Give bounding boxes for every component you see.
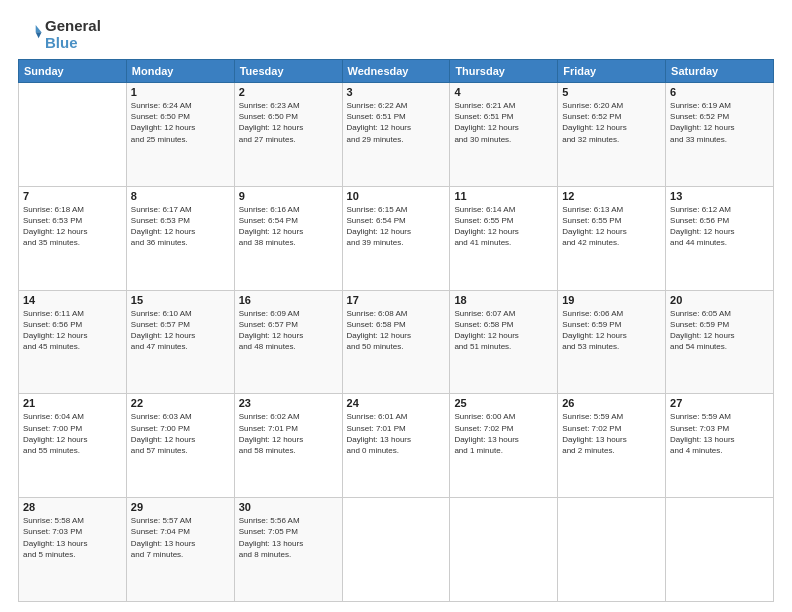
calendar-cell (342, 498, 450, 602)
calendar-cell: 22Sunrise: 6:03 AM Sunset: 7:00 PM Dayli… (126, 394, 234, 498)
calendar-cell: 17Sunrise: 6:08 AM Sunset: 6:58 PM Dayli… (342, 290, 450, 394)
calendar-cell: 19Sunrise: 6:06 AM Sunset: 6:59 PM Dayli… (558, 290, 666, 394)
day-number: 21 (23, 397, 122, 409)
day-number: 4 (454, 86, 553, 98)
svg-marker-0 (36, 24, 42, 31)
day-number: 1 (131, 86, 230, 98)
day-info: Sunrise: 6:24 AM Sunset: 6:50 PM Dayligh… (131, 100, 230, 145)
day-number: 6 (670, 86, 769, 98)
day-info: Sunrise: 6:08 AM Sunset: 6:58 PM Dayligh… (347, 308, 446, 353)
day-number: 30 (239, 501, 338, 513)
calendar-cell (450, 498, 558, 602)
day-info: Sunrise: 6:18 AM Sunset: 6:53 PM Dayligh… (23, 204, 122, 249)
calendar-cell: 29Sunrise: 5:57 AM Sunset: 7:04 PM Dayli… (126, 498, 234, 602)
calendar-cell: 3Sunrise: 6:22 AM Sunset: 6:51 PM Daylig… (342, 83, 450, 187)
day-number: 9 (239, 190, 338, 202)
day-info: Sunrise: 5:57 AM Sunset: 7:04 PM Dayligh… (131, 515, 230, 560)
calendar-cell (558, 498, 666, 602)
day-info: Sunrise: 6:15 AM Sunset: 6:54 PM Dayligh… (347, 204, 446, 249)
calendar-cell: 25Sunrise: 6:00 AM Sunset: 7:02 PM Dayli… (450, 394, 558, 498)
calendar-table: SundayMondayTuesdayWednesdayThursdayFrid… (18, 59, 774, 602)
weekday-header-thursday: Thursday (450, 60, 558, 83)
calendar-cell: 4Sunrise: 6:21 AM Sunset: 6:51 PM Daylig… (450, 83, 558, 187)
day-number: 2 (239, 86, 338, 98)
day-info: Sunrise: 6:17 AM Sunset: 6:53 PM Dayligh… (131, 204, 230, 249)
day-number: 8 (131, 190, 230, 202)
day-info: Sunrise: 6:04 AM Sunset: 7:00 PM Dayligh… (23, 411, 122, 456)
day-number: 14 (23, 294, 122, 306)
page: General Blue SundayMondayTuesdayWednesda… (0, 0, 792, 612)
day-number: 28 (23, 501, 122, 513)
calendar-cell: 20Sunrise: 6:05 AM Sunset: 6:59 PM Dayli… (666, 290, 774, 394)
weekday-header-sunday: Sunday (19, 60, 127, 83)
calendar-cell: 9Sunrise: 6:16 AM Sunset: 6:54 PM Daylig… (234, 186, 342, 290)
day-info: Sunrise: 5:58 AM Sunset: 7:03 PM Dayligh… (23, 515, 122, 560)
day-info: Sunrise: 5:59 AM Sunset: 7:03 PM Dayligh… (670, 411, 769, 456)
calendar-cell: 6Sunrise: 6:19 AM Sunset: 6:52 PM Daylig… (666, 83, 774, 187)
calendar-cell: 30Sunrise: 5:56 AM Sunset: 7:05 PM Dayli… (234, 498, 342, 602)
calendar-cell: 10Sunrise: 6:15 AM Sunset: 6:54 PM Dayli… (342, 186, 450, 290)
calendar-cell: 28Sunrise: 5:58 AM Sunset: 7:03 PM Dayli… (19, 498, 127, 602)
day-info: Sunrise: 6:05 AM Sunset: 6:59 PM Dayligh… (670, 308, 769, 353)
calendar-cell: 15Sunrise: 6:10 AM Sunset: 6:57 PM Dayli… (126, 290, 234, 394)
weekday-header-row: SundayMondayTuesdayWednesdayThursdayFrid… (19, 60, 774, 83)
calendar-cell (666, 498, 774, 602)
weekday-header-monday: Monday (126, 60, 234, 83)
day-info: Sunrise: 6:12 AM Sunset: 6:56 PM Dayligh… (670, 204, 769, 249)
calendar-cell: 16Sunrise: 6:09 AM Sunset: 6:57 PM Dayli… (234, 290, 342, 394)
calendar-cell: 8Sunrise: 6:17 AM Sunset: 6:53 PM Daylig… (126, 186, 234, 290)
weekday-header-friday: Friday (558, 60, 666, 83)
day-number: 12 (562, 190, 661, 202)
day-number: 5 (562, 86, 661, 98)
day-info: Sunrise: 6:22 AM Sunset: 6:51 PM Dayligh… (347, 100, 446, 145)
day-number: 20 (670, 294, 769, 306)
svg-marker-1 (36, 32, 42, 38)
day-info: Sunrise: 6:13 AM Sunset: 6:55 PM Dayligh… (562, 204, 661, 249)
week-row-4: 21Sunrise: 6:04 AM Sunset: 7:00 PM Dayli… (19, 394, 774, 498)
day-number: 23 (239, 397, 338, 409)
calendar-cell: 1Sunrise: 6:24 AM Sunset: 6:50 PM Daylig… (126, 83, 234, 187)
day-info: Sunrise: 6:14 AM Sunset: 6:55 PM Dayligh… (454, 204, 553, 249)
logo-text: General Blue (45, 18, 101, 51)
day-info: Sunrise: 6:23 AM Sunset: 6:50 PM Dayligh… (239, 100, 338, 145)
day-info: Sunrise: 6:02 AM Sunset: 7:01 PM Dayligh… (239, 411, 338, 456)
day-number: 18 (454, 294, 553, 306)
day-number: 3 (347, 86, 446, 98)
week-row-2: 7Sunrise: 6:18 AM Sunset: 6:53 PM Daylig… (19, 186, 774, 290)
calendar-cell: 14Sunrise: 6:11 AM Sunset: 6:56 PM Dayli… (19, 290, 127, 394)
weekday-header-tuesday: Tuesday (234, 60, 342, 83)
calendar-cell: 13Sunrise: 6:12 AM Sunset: 6:56 PM Dayli… (666, 186, 774, 290)
day-number: 22 (131, 397, 230, 409)
calendar-cell: 21Sunrise: 6:04 AM Sunset: 7:00 PM Dayli… (19, 394, 127, 498)
day-info: Sunrise: 6:06 AM Sunset: 6:59 PM Dayligh… (562, 308, 661, 353)
calendar-cell: 11Sunrise: 6:14 AM Sunset: 6:55 PM Dayli… (450, 186, 558, 290)
day-info: Sunrise: 6:07 AM Sunset: 6:58 PM Dayligh… (454, 308, 553, 353)
logo: General Blue (18, 18, 101, 51)
week-row-3: 14Sunrise: 6:11 AM Sunset: 6:56 PM Dayli… (19, 290, 774, 394)
calendar-cell: 7Sunrise: 6:18 AM Sunset: 6:53 PM Daylig… (19, 186, 127, 290)
day-number: 15 (131, 294, 230, 306)
day-info: Sunrise: 5:59 AM Sunset: 7:02 PM Dayligh… (562, 411, 661, 456)
day-info: Sunrise: 6:11 AM Sunset: 6:56 PM Dayligh… (23, 308, 122, 353)
calendar-cell: 23Sunrise: 6:02 AM Sunset: 7:01 PM Dayli… (234, 394, 342, 498)
calendar-cell: 5Sunrise: 6:20 AM Sunset: 6:52 PM Daylig… (558, 83, 666, 187)
day-info: Sunrise: 6:00 AM Sunset: 7:02 PM Dayligh… (454, 411, 553, 456)
weekday-header-wednesday: Wednesday (342, 60, 450, 83)
day-number: 17 (347, 294, 446, 306)
day-info: Sunrise: 6:01 AM Sunset: 7:01 PM Dayligh… (347, 411, 446, 456)
day-info: Sunrise: 6:20 AM Sunset: 6:52 PM Dayligh… (562, 100, 661, 145)
day-info: Sunrise: 6:19 AM Sunset: 6:52 PM Dayligh… (670, 100, 769, 145)
day-number: 26 (562, 397, 661, 409)
day-info: Sunrise: 6:10 AM Sunset: 6:57 PM Dayligh… (131, 308, 230, 353)
calendar-cell: 26Sunrise: 5:59 AM Sunset: 7:02 PM Dayli… (558, 394, 666, 498)
day-number: 7 (23, 190, 122, 202)
day-info: Sunrise: 6:16 AM Sunset: 6:54 PM Dayligh… (239, 204, 338, 249)
calendar-cell: 24Sunrise: 6:01 AM Sunset: 7:01 PM Dayli… (342, 394, 450, 498)
day-info: Sunrise: 5:56 AM Sunset: 7:05 PM Dayligh… (239, 515, 338, 560)
day-number: 25 (454, 397, 553, 409)
day-info: Sunrise: 6:03 AM Sunset: 7:00 PM Dayligh… (131, 411, 230, 456)
day-number: 29 (131, 501, 230, 513)
header: General Blue (18, 18, 774, 51)
week-row-5: 28Sunrise: 5:58 AM Sunset: 7:03 PM Dayli… (19, 498, 774, 602)
calendar-cell: 12Sunrise: 6:13 AM Sunset: 6:55 PM Dayli… (558, 186, 666, 290)
